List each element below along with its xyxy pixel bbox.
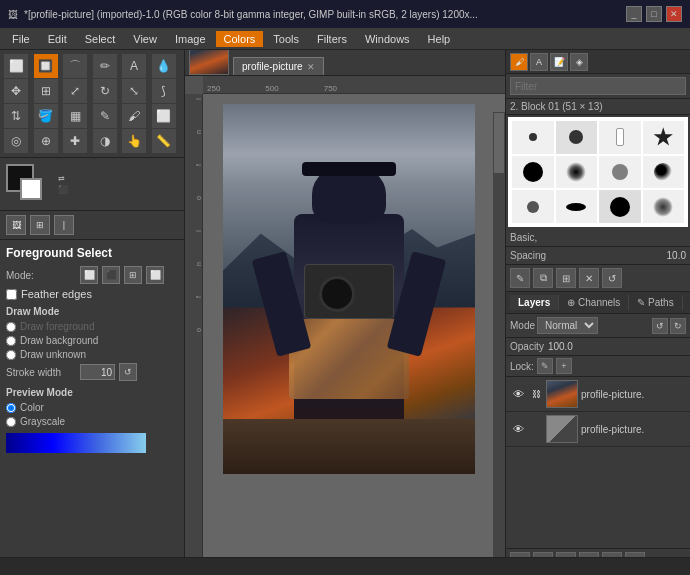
brush-thumb-5[interactable] [512, 156, 554, 189]
fg-select-tool[interactable]: 🔲 [34, 54, 58, 78]
eraser-tool[interactable]: ⬜ [152, 104, 176, 128]
lock-pixels-btn[interactable]: ✎ [537, 358, 553, 374]
redo-btn[interactable]: ↻ [670, 318, 686, 334]
menu-view[interactable]: View [125, 31, 165, 47]
brush-thumb-2[interactable] [556, 121, 598, 154]
brush-icon-2[interactable]: A [530, 53, 548, 71]
menu-help[interactable]: Help [420, 31, 459, 47]
brush-filter-input[interactable] [510, 77, 686, 95]
dodge-burn-tool[interactable]: ◑ [93, 129, 117, 153]
brush-thumb-9[interactable] [512, 190, 554, 223]
tab-paths[interactable]: ✎ Paths [629, 295, 682, 310]
align-tool[interactable]: ⊞ [34, 79, 58, 103]
grayscale-preview-radio[interactable] [6, 417, 16, 427]
canvas-content[interactable] [203, 94, 505, 575]
brush-thumb-4[interactable] [643, 121, 685, 154]
draw-unknown-radio[interactable] [6, 350, 16, 360]
color-pick-tool[interactable]: 💧 [152, 54, 176, 78]
brush-icon-4[interactable]: ◈ [570, 53, 588, 71]
layer-item-0[interactable]: 👁 ⛓ profile-picture. [506, 377, 690, 412]
flip-tool[interactable]: ⇅ [4, 104, 28, 128]
canvas-tab-main[interactable]: profile-picture ✕ [233, 57, 324, 75]
layer-visibility-0[interactable]: 👁 [510, 386, 526, 402]
edit-brush-btn[interactable]: ✎ [510, 268, 530, 288]
menu-colors[interactable]: Colors [216, 31, 264, 47]
paste-brush-btn[interactable]: ⊞ [556, 268, 576, 288]
layer-thumb-1 [546, 415, 578, 443]
measure-tool[interactable]: 📏 [152, 129, 176, 153]
lasso-tool[interactable]: ⌒ [63, 54, 87, 78]
menu-tools[interactable]: Tools [265, 31, 307, 47]
text-tool[interactable]: A [122, 54, 146, 78]
brush-thumb-10[interactable] [556, 190, 598, 223]
heal-tool[interactable]: ✚ [63, 129, 87, 153]
background-color[interactable] [20, 178, 42, 200]
draw-fg-radio[interactable] [6, 322, 16, 332]
menu-select[interactable]: Select [77, 31, 124, 47]
feather-checkbox[interactable] [6, 289, 17, 300]
mode-dropdown[interactable]: Normal [537, 317, 598, 334]
photo-canvas [223, 104, 475, 474]
mode-btn-1[interactable]: ⬜ [80, 266, 98, 284]
brush-thumb-12[interactable] [643, 190, 685, 223]
brush-icon-1[interactable]: 🖌 [510, 53, 528, 71]
grid-icon[interactable]: ⊞ [30, 215, 50, 235]
menu-file[interactable]: File [4, 31, 38, 47]
draw-bg-radio[interactable] [6, 336, 16, 346]
refresh-brush-btn[interactable]: ↺ [602, 268, 622, 288]
layer-visibility-1[interactable]: 👁 [510, 421, 526, 437]
brush-thumb-8[interactable] [643, 156, 685, 189]
brush-thumb-1[interactable] [512, 121, 554, 154]
bucket-fill-tool[interactable]: 🪣 [34, 104, 58, 128]
undo-btn[interactable]: ↺ [652, 318, 668, 334]
minimize-button[interactable]: _ [626, 6, 642, 22]
paths-tool[interactable]: ✏ [93, 54, 117, 78]
tab-close-btn[interactable]: ✕ [307, 62, 315, 72]
tool-preset-icon[interactable]: | [54, 215, 74, 235]
blend-tool[interactable]: ▦ [63, 104, 87, 128]
crop-tool[interactable]: ⤢ [63, 79, 87, 103]
delete-brush-btn[interactable]: ✕ [579, 268, 599, 288]
stroke-reset-btn[interactable]: ↺ [119, 363, 137, 381]
brush-thumb-7[interactable] [599, 156, 641, 189]
brush-thumb-3[interactable] [599, 121, 641, 154]
clone-tool[interactable]: ⊕ [34, 129, 58, 153]
new-image-icon[interactable]: 🖼 [6, 215, 26, 235]
rotate-tool[interactable]: ↻ [93, 79, 117, 103]
pencil-tool[interactable]: ✎ [93, 104, 117, 128]
tab-channels[interactable]: ⊕ Channels [559, 295, 629, 310]
mode-btn-2[interactable]: ⬛ [102, 266, 120, 284]
smudge-tool[interactable]: 👆 [122, 129, 146, 153]
close-button[interactable]: ✕ [666, 6, 682, 22]
tab-layers[interactable]: Layers [510, 295, 559, 310]
color-preview-radio[interactable] [6, 403, 16, 413]
menu-image[interactable]: Image [167, 31, 214, 47]
airbrush-tool[interactable]: ◎ [4, 129, 28, 153]
default-colors[interactable]: ⬛ [58, 185, 68, 194]
tool-options-title: Foreground Select [6, 246, 178, 260]
menu-windows[interactable]: Windows [357, 31, 418, 47]
scale-tool[interactable]: ⤡ [122, 79, 146, 103]
move-tool[interactable]: ✥ [4, 79, 28, 103]
mode-btn-3[interactable]: ⊞ [124, 266, 142, 284]
menu-edit[interactable]: Edit [40, 31, 75, 47]
title-bar-controls[interactable]: _ □ ✕ [626, 6, 682, 22]
shear-tool[interactable]: ⟆ [152, 79, 176, 103]
menu-filters[interactable]: Filters [309, 31, 355, 47]
paintbrush-tool[interactable]: 🖌 [122, 104, 146, 128]
rect-select-tool[interactable]: ⬜ [4, 54, 28, 78]
layer-item-1[interactable]: 👁 profile-picture. [506, 412, 690, 447]
copy-brush-btn[interactable]: ⧉ [533, 268, 553, 288]
maximize-button[interactable]: □ [646, 6, 662, 22]
layers-header: Layers ⊕ Channels ✎ Paths [506, 292, 690, 314]
opacity-label: Opacity [510, 341, 544, 352]
stroke-input[interactable] [80, 364, 115, 380]
mode-btn-4[interactable]: ⬜ [146, 266, 164, 284]
canvas-scrollbar-v[interactable] [493, 112, 505, 575]
lock-pos-btn[interactable]: + [556, 358, 572, 374]
ruler-marks-h: 250 500 750 [203, 76, 505, 93]
brush-thumb-11[interactable] [599, 190, 641, 223]
brush-thumb-6[interactable] [556, 156, 598, 189]
swap-colors[interactable]: ⇄ [58, 174, 68, 183]
brush-icon-3[interactable]: 📝 [550, 53, 568, 71]
